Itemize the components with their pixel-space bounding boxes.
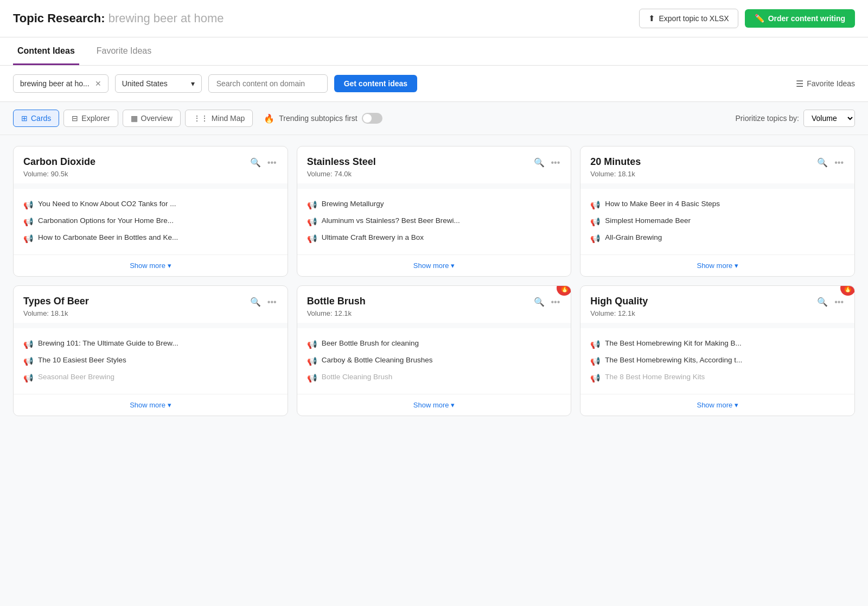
card-items-list: 📢 Brewing Metallurgy 📢 Aluminum vs Stain… <box>297 189 571 254</box>
megaphone-icon: 📢 <box>23 340 34 349</box>
card-list-item: 📢 Brewing 101: The Ultimate Guide to Bre… <box>23 336 278 353</box>
keyword-field[interactable]: brewing beer at ho... ✕ <box>13 74 108 93</box>
card-search-button[interactable]: 🔍 <box>816 156 829 169</box>
show-more-button[interactable]: Show more ▾ <box>297 394 571 416</box>
trending-toggle-switch[interactable] <box>362 113 382 124</box>
card-header: 20 Minutes Volume: 18.1k 🔍 ••• <box>580 146 854 183</box>
card-items-list: 📢 Beer Bottle Brush for cleaning 📢 Carbo… <box>297 328 571 394</box>
card-more-button[interactable]: ••• <box>266 296 278 308</box>
card-list-item: 📢 Bottle Cleaning Brush <box>307 369 561 386</box>
show-more-button[interactable]: Show more ▾ <box>580 254 854 276</box>
order-content-button[interactable]: ✏️ Order content writing <box>745 9 855 28</box>
card-volume: Volume: 74.0k <box>307 170 376 178</box>
tab-favorite-ideas[interactable]: Favorite Ideas <box>92 37 156 65</box>
search-toolbar: brewing beer at ho... ✕ United States ▾ … <box>0 66 868 102</box>
prioritize-select[interactable]: Volume Difficulty <box>803 110 855 127</box>
card-more-button[interactable]: ••• <box>550 296 561 308</box>
card-more-button[interactable]: ••• <box>266 157 278 169</box>
megaphone-icon: 📢 <box>307 340 317 349</box>
card-title: 20 Minutes <box>590 156 641 168</box>
card-search-button[interactable]: 🔍 <box>533 296 546 308</box>
card-volume: Volume: 18.1k <box>590 170 641 178</box>
country-select[interactable]: United States ▾ <box>115 74 202 93</box>
show-more-button[interactable]: Show more ▾ <box>297 254 571 276</box>
megaphone-icon: 📢 <box>307 200 317 210</box>
card-items-list: 📢 Brewing 101: The Ultimate Guide to Bre… <box>14 328 288 394</box>
card-item-text: Carboy & Bottle Cleaning Brushes <box>322 356 433 364</box>
megaphone-icon: 📢 <box>23 356 34 366</box>
card-header-actions: 🔍 ••• <box>533 156 561 169</box>
chevron-down-icon: ▾ <box>191 79 195 88</box>
card-list-item: 📢 You Need to Know About CO2 Tanks for .… <box>23 196 278 213</box>
card-items-list: 📢 The Best Homebrewing Kit for Making B.… <box>580 328 854 394</box>
card-list-item: 📢 The 8 Best Home Brewing Kits <box>590 369 845 386</box>
card-list-item: 📢 Brewing Metallurgy <box>307 196 561 213</box>
card-list-item: 📢 How to Carbonate Beer in Bottles and K… <box>23 230 278 247</box>
card-search-button[interactable]: 🔍 <box>249 156 262 169</box>
view-explorer-button[interactable]: ⊟ Explorer <box>63 110 118 127</box>
show-more-button[interactable]: Show more ▾ <box>14 254 288 276</box>
card-more-button[interactable]: ••• <box>550 157 561 169</box>
card-header-actions: 🔍 ••• <box>249 296 278 308</box>
card-more-button[interactable]: ••• <box>833 157 845 169</box>
card-stainless-steel: Stainless Steel Volume: 74.0k 🔍 ••• 📢 Br… <box>297 146 572 277</box>
card-item-text: Aluminum vs Stainless? Best Beer Brewi..… <box>322 216 460 225</box>
card-search-button[interactable]: 🔍 <box>533 156 546 169</box>
fire-icon: 🔥 <box>264 113 275 124</box>
view-mindmap-button[interactable]: ⋮⋮ Mind Map <box>185 110 253 127</box>
overview-view-icon: ▦ <box>131 114 138 123</box>
card-list-item: 📢 Ultimate Craft Brewery in a Box <box>307 230 561 247</box>
megaphone-icon: 📢 <box>307 373 317 383</box>
card-types-of-beer: Types Of Beer Volume: 18.1k 🔍 ••• 📢 Brew… <box>13 285 288 416</box>
card-item-text: All-Grain Brewing <box>605 233 662 241</box>
show-more-button[interactable]: Show more ▾ <box>14 394 288 416</box>
card-item-text: You Need to Know About CO2 Tanks for ... <box>38 200 176 208</box>
card-list-item: 📢 The Best Homebrewing Kits, According t… <box>590 353 845 369</box>
card-search-button[interactable]: 🔍 <box>816 296 829 308</box>
megaphone-icon: 📢 <box>23 200 34 210</box>
card-title: Stainless Steel <box>307 156 376 168</box>
export-button[interactable]: ⬆ Export topic to XLSX <box>639 9 738 28</box>
card-volume: Volume: 12.1k <box>590 309 648 317</box>
clear-keyword-button[interactable]: ✕ <box>95 79 101 88</box>
card-item-text: Simplest Homemade Beer <box>605 216 691 225</box>
megaphone-icon: 📢 <box>590 217 601 227</box>
card-title: Types Of Beer <box>23 296 89 307</box>
card-item-text: Carbonation Options for Your Home Bre... <box>38 216 174 225</box>
megaphone-icon: 📢 <box>307 356 317 366</box>
card-more-button[interactable]: ••• <box>833 296 845 308</box>
get-ideas-button[interactable]: Get content ideas <box>334 75 417 92</box>
prioritize-container: Prioritize topics by: Volume Difficulty <box>736 110 855 127</box>
favorite-ideas-link[interactable]: ☰ Favorite Ideas <box>796 79 855 89</box>
megaphone-icon: 📢 <box>307 217 317 227</box>
card-item-text: Seasonal Beer Brewing <box>38 373 114 381</box>
card-20-minutes: 20 Minutes Volume: 18.1k 🔍 ••• 📢 How to … <box>580 146 855 277</box>
trending-toggle-container: 🔥 Trending subtopics first <box>264 113 382 124</box>
explorer-view-icon: ⊟ <box>72 114 78 123</box>
card-list-item: 📢 All-Grain Brewing <box>590 230 845 247</box>
megaphone-icon: 📢 <box>590 356 601 366</box>
card-search-button[interactable]: 🔍 <box>249 296 262 308</box>
search-domain-input[interactable] <box>208 74 328 93</box>
view-cards-button[interactable]: ⊞ Cards <box>13 110 59 127</box>
card-item-text: Beer Bottle Brush for cleaning <box>322 339 419 347</box>
megaphone-icon: 📢 <box>307 234 317 244</box>
megaphone-icon: 📢 <box>590 234 601 244</box>
card-volume: Volume: 90.5k <box>23 170 95 178</box>
show-more-button[interactable]: Show more ▾ <box>580 394 854 416</box>
card-list-item: 📢 The Best Homebrewing Kit for Making B.… <box>590 336 845 353</box>
card-items-list: 📢 How to Make Beer in 4 Basic Steps 📢 Si… <box>580 189 854 254</box>
card-header-actions: 🔍 ••• <box>533 296 561 308</box>
megaphone-icon: 📢 <box>590 200 601 210</box>
card-carbon-dioxide: Carbon Dioxide Volume: 90.5k 🔍 ••• 📢 You… <box>13 146 288 277</box>
tab-content-ideas[interactable]: Content Ideas <box>13 37 79 65</box>
view-overview-button[interactable]: ▦ Overview <box>123 110 181 127</box>
cards-view-icon: ⊞ <box>21 114 28 123</box>
card-item-text: Ultimate Craft Brewery in a Box <box>322 233 424 241</box>
megaphone-icon: 📢 <box>23 217 34 227</box>
card-list-item: 📢 Beer Bottle Brush for cleaning <box>307 336 561 353</box>
card-item-text: The 8 Best Home Brewing Kits <box>605 373 705 381</box>
card-header-actions: 🔍 ••• <box>816 296 845 308</box>
card-header: Stainless Steel Volume: 74.0k 🔍 ••• <box>297 146 571 183</box>
card-item-text: The Best Homebrewing Kits, According t..… <box>605 356 742 364</box>
